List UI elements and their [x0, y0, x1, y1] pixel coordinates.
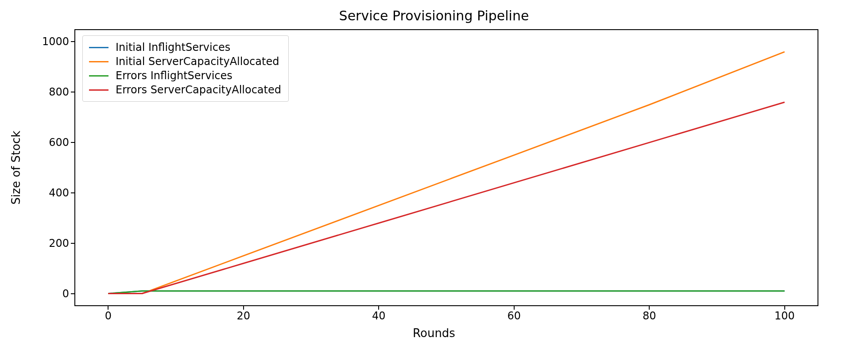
y-tick-label: 0	[34, 288, 69, 300]
legend-swatch	[89, 61, 108, 62]
x-tick-label: 100	[775, 310, 795, 322]
chart-title: Service Provisioning Pipeline	[0, 8, 868, 23]
x-tick-label: 0	[105, 310, 112, 322]
x-tick-label: 20	[237, 310, 251, 322]
legend-label: Initial InflightServices	[116, 41, 230, 54]
y-tick	[71, 92, 74, 92]
y-tick-label: 800	[34, 86, 69, 98]
legend: Initial InflightServicesInitial ServerCa…	[82, 35, 289, 102]
legend-label: Errors InflightServices	[116, 69, 232, 82]
x-tick	[243, 306, 244, 310]
x-tick-label: 80	[643, 310, 656, 322]
chart-container: Service Provisioning Pipeline Size of St…	[0, 0, 868, 361]
legend-swatch	[89, 89, 108, 91]
y-tick-label: 400	[34, 187, 69, 199]
x-tick	[108, 306, 108, 310]
y-tick	[71, 142, 74, 143]
x-tick	[784, 306, 785, 310]
y-tick	[71, 41, 74, 42]
y-tick	[71, 192, 74, 193]
y-tick-label: 1000	[34, 35, 69, 48]
legend-swatch	[89, 75, 108, 77]
legend-item: Initial InflightServices	[89, 40, 281, 54]
legend-item: Initial ServerCapacityAllocated	[89, 54, 281, 69]
x-axis-label: Rounds	[0, 326, 868, 340]
y-tick-label: 200	[34, 237, 69, 250]
legend-item: Errors InflightServices	[89, 69, 281, 83]
legend-label: Initial ServerCapacityAllocated	[116, 55, 279, 68]
y-tick-label: 600	[34, 136, 69, 149]
x-tick	[649, 306, 650, 310]
y-axis-label: Size of Stock	[9, 131, 23, 205]
y-tick	[71, 243, 74, 244]
y-tick	[71, 293, 74, 294]
x-tick	[378, 306, 379, 310]
legend-swatch	[89, 47, 108, 48]
x-tick-label: 60	[507, 310, 521, 322]
x-tick-label: 40	[372, 310, 386, 322]
legend-label: Errors ServerCapacityAllocated	[116, 84, 281, 96]
x-tick	[514, 306, 515, 310]
legend-item: Errors ServerCapacityAllocated	[89, 83, 281, 97]
